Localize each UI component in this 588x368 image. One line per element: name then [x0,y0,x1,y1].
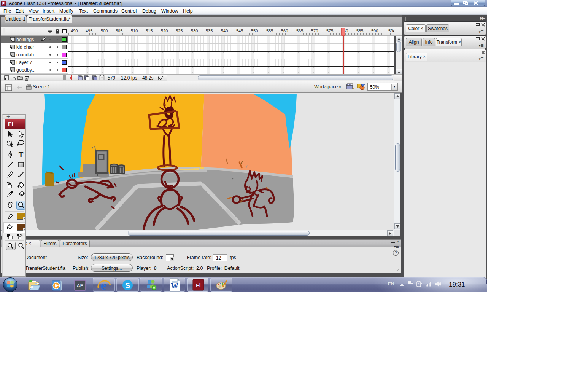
svg-text:Fl: Fl [196,282,200,288]
svg-text:e: e [100,278,106,292]
svg-text:AE: AE [76,283,83,288]
svg-text:W: W [171,282,178,290]
svg-text:S: S [125,281,130,290]
svg-text:T: T [19,151,24,159]
